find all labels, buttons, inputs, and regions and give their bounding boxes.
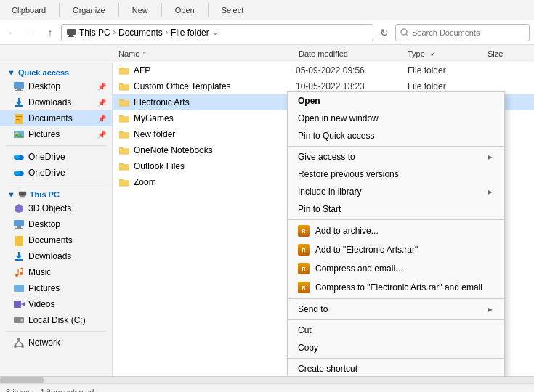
ctx-compress-email[interactable]: R Compress and email... xyxy=(288,259,504,278)
file-item-afp[interactable]: AFP 05-09-2022 09:56 File folder xyxy=(113,62,534,78)
ctx-open-new-window[interactable]: Open in new window xyxy=(288,110,504,127)
ctx-add-rar[interactable]: R Add to "Electronic Arts.rar" xyxy=(288,240,504,259)
ctx-add-archive[interactable]: R Add to archive... xyxy=(288,221,504,240)
sidebar-item-pictures-thispc[interactable]: Pictures xyxy=(0,280,112,296)
back-button[interactable]: ← xyxy=(4,25,20,41)
toolbar-organize: Organize xyxy=(65,6,113,15)
downloads-thispc-icon xyxy=(13,250,25,262)
svg-rect-1 xyxy=(69,35,73,36)
status-bar: 8 items 1 item selected xyxy=(0,383,534,392)
ctx-copy[interactable]: Copy xyxy=(288,339,504,356)
svg-rect-25 xyxy=(15,228,23,229)
horizontal-scrollbar[interactable] xyxy=(0,376,534,383)
folder-icon-5 xyxy=(118,145,130,155)
ctx-compress-rar-email[interactable]: R Compress to "Electronic Arts.rar" and … xyxy=(288,278,504,297)
sidebar-item-pictures[interactable]: Pictures 📌 xyxy=(0,126,112,142)
ctx-cut[interactable]: Cut xyxy=(288,322,504,339)
svg-rect-27 xyxy=(15,259,23,261)
svg-rect-19 xyxy=(19,192,26,196)
sidebar-divider-3 xyxy=(6,331,106,332)
svg-line-39 xyxy=(19,340,23,345)
sidebar-divider-1 xyxy=(6,145,106,146)
ctx-open[interactable]: Open xyxy=(288,92,504,110)
svg-rect-0 xyxy=(67,29,76,35)
computer-icon xyxy=(66,28,76,38)
ctx-pin-start[interactable]: Pin to Start xyxy=(288,200,504,218)
svg-point-18 xyxy=(14,171,20,175)
status-selected: 1 item selected xyxy=(40,388,94,393)
rar-icon-3: R xyxy=(298,263,310,274)
toolbar-select: Select xyxy=(214,6,251,15)
folder-icon-2 xyxy=(118,81,130,91)
search-input[interactable] xyxy=(412,28,525,37)
ctx-give-access[interactable]: Give access to ► xyxy=(288,148,504,166)
address-path[interactable]: This PC › Documents › File folder ⌄ xyxy=(61,24,373,41)
col-header-name[interactable]: Name ⌃ xyxy=(113,49,293,58)
sidebar-item-desktop-thispc[interactable]: Desktop xyxy=(0,216,112,232)
sidebar-item-documents[interactable]: Documents 📌 xyxy=(0,110,112,126)
svg-rect-26 xyxy=(15,236,23,246)
refresh-button[interactable]: ↻ xyxy=(376,25,392,41)
scrollbar-thumb[interactable] xyxy=(0,377,44,383)
folder-icon-3 xyxy=(118,113,130,123)
ctx-create-shortcut[interactable]: Create shortcut xyxy=(288,360,504,376)
forward-button[interactable]: → xyxy=(23,25,39,41)
col-header-date[interactable]: Date modified xyxy=(293,49,402,58)
music-icon xyxy=(13,266,25,278)
sidebar-item-downloads[interactable]: Downloads 📌 xyxy=(0,94,112,110)
network-icon xyxy=(13,337,25,348)
desktop-icon xyxy=(13,81,25,92)
svg-point-29 xyxy=(20,272,23,275)
sidebar-item-network[interactable]: Network xyxy=(0,335,112,351)
3dobjects-icon xyxy=(13,203,25,214)
svg-line-38 xyxy=(15,340,19,345)
up-button[interactable]: ↑ xyxy=(42,25,58,41)
downloads-icon xyxy=(13,97,25,108)
sidebar-quick-access[interactable]: ▼ Quick access xyxy=(0,65,112,78)
col-header-size[interactable]: Size xyxy=(482,49,525,58)
ctx-pin-quick-access[interactable]: Pin to Quick access xyxy=(288,127,504,144)
ctx-sep-4 xyxy=(288,319,504,320)
toolbar-new: New xyxy=(125,6,155,15)
svg-rect-20 xyxy=(20,196,25,197)
sidebar-item-onedrive-2[interactable]: OneDrive xyxy=(0,165,112,181)
ctx-restore-versions[interactable]: Restore previous versions xyxy=(288,166,504,183)
rar-icon-2: R xyxy=(298,244,310,256)
path-documents: Documents xyxy=(118,28,163,38)
ctx-send-to[interactable]: Send to ► xyxy=(288,301,504,318)
sidebar-item-music[interactable]: Music xyxy=(0,264,112,280)
folder-icon-6 xyxy=(118,161,130,171)
col-header-type[interactable]: Type ✓ xyxy=(402,49,482,58)
sidebar-item-localdisk[interactable]: Local Disk (C:) xyxy=(0,312,112,328)
sidebar-item-onedrive-1[interactable]: OneDrive xyxy=(0,149,112,165)
sidebar-this-pc[interactable]: ▼ This PC xyxy=(0,187,112,200)
search-box[interactable] xyxy=(395,24,530,41)
search-icon xyxy=(400,28,409,37)
column-headers: Name ⌃ Date modified Type ✓ Size xyxy=(0,45,534,62)
sidebar-item-documents-thispc[interactable]: Documents xyxy=(0,232,112,248)
svg-rect-7 xyxy=(15,90,23,91)
documents-icon xyxy=(13,113,25,124)
localdisk-icon xyxy=(13,314,25,326)
svg-rect-24 xyxy=(17,226,21,228)
sidebar-item-desktop[interactable]: Desktop 📌 xyxy=(0,78,112,94)
sidebar-item-videos[interactable]: Videos xyxy=(0,296,112,312)
file-list: AFP 05-09-2022 09:56 File folder Custom … xyxy=(113,62,534,376)
computer-small-icon xyxy=(18,190,27,199)
documents-thispc-icon xyxy=(13,234,25,246)
pictures-thispc-icon xyxy=(13,282,25,294)
videos-icon xyxy=(13,298,25,310)
ctx-sep-3 xyxy=(288,298,504,299)
folder-icon-7 xyxy=(118,177,130,187)
svg-point-28 xyxy=(15,274,18,277)
ctx-include-library[interactable]: Include in library ► xyxy=(288,183,504,200)
sidebar-item-3dobjects[interactable]: 3D Objects xyxy=(0,200,112,216)
desktop-thispc-icon xyxy=(13,219,25,230)
ctx-sep-2 xyxy=(288,219,504,220)
sidebar-item-downloads-thispc[interactable]: Downloads xyxy=(0,248,112,264)
folder-icon xyxy=(118,65,130,75)
svg-rect-5 xyxy=(14,82,24,89)
svg-marker-22 xyxy=(15,204,23,213)
svg-rect-6 xyxy=(17,89,21,90)
sidebar: ▼ Quick access Desktop 📌 Downloads 📌 Doc… xyxy=(0,62,113,376)
